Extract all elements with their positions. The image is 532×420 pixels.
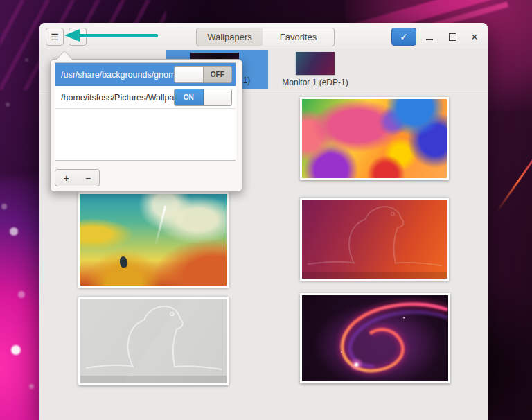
bokeh-dot [11,345,21,355]
toggle-knob [175,67,203,82]
folders-popover: /usr/share/backgrounds/gnome/ OFF /home/… [50,59,242,192]
bokeh-dot [25,58,28,62]
wallpaper-thumbnail-purple-swirl[interactable] [300,293,450,383]
wallpaper-image [302,99,447,178]
monitor-label: Monitor 1 (eDP-1) [275,78,355,87]
close-button[interactable]: ✕ [469,31,480,42]
light-swirl [302,295,448,381]
bokeh-dot [10,227,18,236]
wallpaper-thumbnail-colorful-abstract[interactable] [300,97,449,180]
headerbar: ☰ ‑ Wallpapers Favorites ✓ ✕ [39,23,488,49]
bokeh-dot [29,384,34,389]
wallpaper-bottom-shade [80,376,227,383]
toggle-knob [204,89,232,105]
folder-list: /usr/share/backgrounds/gnome/ OFF /home/… [55,62,236,161]
menu-button[interactable]: ☰ [46,28,64,46]
plus-icon: + [63,173,69,184]
minus-icon: − [85,173,91,184]
toggle-label: OFF [203,67,232,82]
minimize-icon [426,39,433,40]
beaver-outline [302,200,447,279]
wallpaper-thumbnail-ubuntu-orange[interactable] [300,198,449,281]
annotation-arrow [64,29,158,42]
close-icon: ✕ [471,32,479,42]
minimize-button[interactable] [424,31,435,42]
bokeh-dot [1,204,7,209]
folder-path: /home/itsfoss/Pictures/Wallpaper [61,86,187,109]
wallpaper-thumbnail-watercolor-landscape[interactable] [78,192,229,288]
wallpaper-thumbnail-ubuntu-grey[interactable] [78,297,229,385]
folder-path: /usr/share/backgrounds/gnome/ [61,63,183,86]
folder-row[interactable]: /home/itsfoss/Pictures/Wallpaper ON [55,86,236,109]
tab-wallpapers[interactable]: Wallpapers [196,28,263,46]
maximize-button[interactable] [447,31,458,42]
wallpaper-app-window: ☰ ‑ Wallpapers Favorites ✓ ✕ [39,23,488,420]
annotation-arrow-head [64,29,80,42]
tab-wallpapers-label: Wallpapers [207,32,252,42]
wallpaper-image [80,299,227,383]
desktop-orange-streak [496,137,532,211]
folder-toggle-on[interactable]: ON [174,89,232,106]
beaver-outline [80,299,227,383]
maximize-icon [449,33,456,41]
wallpaper-image [80,194,227,286]
popover-tail [56,51,73,60]
apply-button[interactable]: ✓ [391,28,416,46]
wallpaper-image [302,200,447,279]
wallpaper-image [302,295,448,381]
tab-favorites[interactable]: Favorites [263,28,335,46]
hamburger-icon: ☰ [51,32,59,42]
remove-folder-button[interactable]: − [77,169,100,186]
rocket-streak [154,205,167,247]
monitor-thumbnail [296,52,335,75]
tab-favorites-label: Favorites [280,32,317,42]
wallpaper-bottom-shade [302,272,447,279]
folder-row-selected[interactable]: /usr/share/backgrounds/gnome/ OFF [55,63,236,86]
folder-toggle-off[interactable]: OFF [174,66,232,83]
annotation-arrow-line [78,34,158,37]
check-icon: ✓ [400,31,408,42]
bokeh-dot [18,291,25,298]
bokeh-dot [6,103,10,107]
toggle-label: ON [175,89,204,105]
add-folder-button[interactable]: + [55,169,78,186]
figure-silhouette [119,256,128,268]
